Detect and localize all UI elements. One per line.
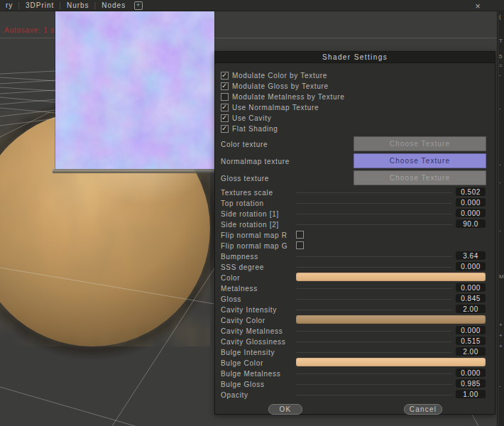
param-row: Side rotation [2]90.0: [215, 219, 495, 229]
shader-settings-dialog: Shader Settings Modulate Color by Textur…: [214, 51, 495, 415]
option-row: Modulate Gloss by Texture: [215, 81, 495, 92]
param-row: Bumpness3.64: [215, 251, 495, 261]
checkbox-checked-icon[interactable]: [221, 125, 229, 133]
color-swatch-bar[interactable]: [296, 273, 486, 281]
slider-track[interactable]: [296, 331, 452, 332]
param-label: Textures scale: [221, 188, 273, 196]
clipped-text-fragment: T: [499, 38, 503, 44]
menu-item-nodes[interactable]: Nodes: [97, 1, 130, 9]
clipped-text-fragment: -: [499, 106, 501, 111]
value-field[interactable]: 1.00: [456, 390, 486, 398]
slider-track[interactable]: [296, 310, 452, 310]
close-icon[interactable]: ×: [471, 1, 484, 11]
slider-track[interactable]: [296, 352, 452, 353]
value-field[interactable]: 0.985: [456, 379, 486, 388]
checkbox-checked-icon[interactable]: [221, 114, 229, 122]
clipped-text-fragment: -: [499, 383, 501, 389]
option-row: Flat Shading: [215, 124, 495, 134]
dialog-title[interactable]: Shader Settings: [215, 52, 495, 63]
slider-track[interactable]: [296, 224, 452, 225]
value-field[interactable]: 0.000: [456, 368, 486, 377]
param-label: Gloss: [221, 295, 241, 302]
clipped-text-fragment: +: [499, 322, 503, 328]
param-label: Cavity Glossiness: [221, 337, 285, 345]
slider-track[interactable]: [296, 373, 452, 374]
slider-track[interactable]: [296, 288, 452, 289]
slider-track[interactable]: [296, 342, 452, 342]
option-label: Modulate Color by Texture: [232, 72, 327, 80]
param-label: Side rotation [2]: [221, 220, 279, 228]
clipped-text-fragment: -: [499, 180, 501, 185]
value-field[interactable]: 0.502: [456, 187, 486, 196]
param-label: SSS degree: [221, 263, 264, 271]
ok-button[interactable]: OK: [268, 404, 302, 415]
value-field[interactable]: 0.845: [456, 294, 486, 302]
value-field[interactable]: 0.000: [456, 198, 486, 207]
option-row: Use Normalmap Texture: [215, 102, 495, 113]
slider-track[interactable]: [296, 256, 452, 257]
checkbox-unchecked-icon[interactable]: [296, 241, 304, 249]
clipped-text-fragment: +: [499, 333, 503, 339]
value-field[interactable]: 0.000: [456, 209, 486, 217]
param-label: Top rotation: [221, 199, 264, 207]
menu-item-nurbs[interactable]: Nurbs: [62, 1, 94, 9]
slider-track[interactable]: [296, 299, 452, 300]
normalmap-preview[interactable]: [55, 11, 214, 169]
checkbox-unchecked-icon[interactable]: [221, 93, 229, 101]
option-label: Use Cavity: [232, 114, 271, 122]
clipped-text-fragment: M: [499, 274, 504, 280]
param-label: Bulge Metalness: [221, 369, 280, 377]
value-field[interactable]: 0.000: [456, 283, 486, 292]
option-row: Modulate Metalness by Texture: [215, 92, 495, 102]
color-swatch-bar[interactable]: [296, 358, 486, 366]
param-label: Opacity: [221, 390, 248, 398]
shader-parameters: Textures scale0.502Top rotation0.000Side…: [215, 187, 495, 400]
checkbox-checked-icon[interactable]: [221, 82, 229, 90]
slider-track[interactable]: [296, 267, 452, 268]
slider-track[interactable]: [296, 203, 452, 204]
value-field[interactable]: 0.000: [456, 262, 486, 271]
choose-texture-button[interactable]: Choose Texture: [354, 170, 486, 185]
param-row: Cavity Metalness0.000: [215, 325, 495, 336]
checkbox-unchecked-icon[interactable]: [296, 231, 304, 239]
choose-texture-button[interactable]: Choose Texture: [354, 153, 486, 168]
param-row: Gloss0.845: [215, 293, 495, 304]
choose-texture-button[interactable]: Choose Texture: [354, 136, 486, 151]
clipped-text-fragment: +: [499, 344, 503, 349]
param-label: Cavity Metalness: [221, 327, 283, 334]
value-field[interactable]: 90.0: [456, 219, 486, 228]
value-field[interactable]: 0.000: [456, 326, 486, 334]
clipped-text-fragment: -: [499, 162, 501, 168]
texture-panel-shadow: [53, 169, 216, 173]
autosave-status: Autosave: 1 s: [4, 26, 55, 34]
option-row: Modulate Color by Texture: [215, 70, 495, 81]
menu-item-ry[interactable]: ry: [1, 1, 17, 9]
param-label: Bulge Color: [221, 359, 263, 366]
color-swatch-bar[interactable]: [296, 315, 486, 324]
app-window: Autosave: 1 s ry|3DPrint|Nurbs|Nodes+ × …: [0, 0, 504, 426]
slider-track[interactable]: [296, 192, 452, 193]
texture-row: Normalmap textureChoose Texture: [215, 153, 495, 170]
value-field[interactable]: 2.00: [456, 305, 486, 313]
value-field[interactable]: 0.515: [456, 337, 486, 345]
value-field[interactable]: 3.64: [456, 251, 486, 260]
add-tab-icon[interactable]: +: [134, 1, 143, 10]
param-label: Flip normal map G: [221, 241, 287, 249]
slider-track[interactable]: [296, 384, 452, 385]
texture-slots: Color textureChoose TextureNormalmap tex…: [215, 136, 495, 187]
slider-track[interactable]: [296, 214, 452, 214]
param-row: Flip normal map G: [215, 240, 495, 251]
cancel-button[interactable]: Cancel: [404, 404, 442, 415]
slider-track[interactable]: [296, 395, 452, 395]
param-label: Bulge Gloss: [221, 380, 265, 388]
checkbox-checked-icon[interactable]: [221, 104, 229, 111]
menu-item-3dprint[interactable]: 3DPrint: [21, 1, 58, 9]
clipped-text-fragment: 5: [499, 54, 502, 60]
dialog-buttons: OK Cancel: [215, 404, 495, 414]
clipped-text-fragment: =: [499, 63, 503, 69]
value-field[interactable]: 2.00: [456, 347, 486, 356]
param-label: Side rotation [1]: [221, 209, 279, 217]
checkbox-checked-icon[interactable]: [221, 72, 229, 80]
param-row: Bulge Intensity2.00: [215, 346, 495, 357]
menu-bar: ry|3DPrint|Nurbs|Nodes+: [0, 0, 504, 11]
